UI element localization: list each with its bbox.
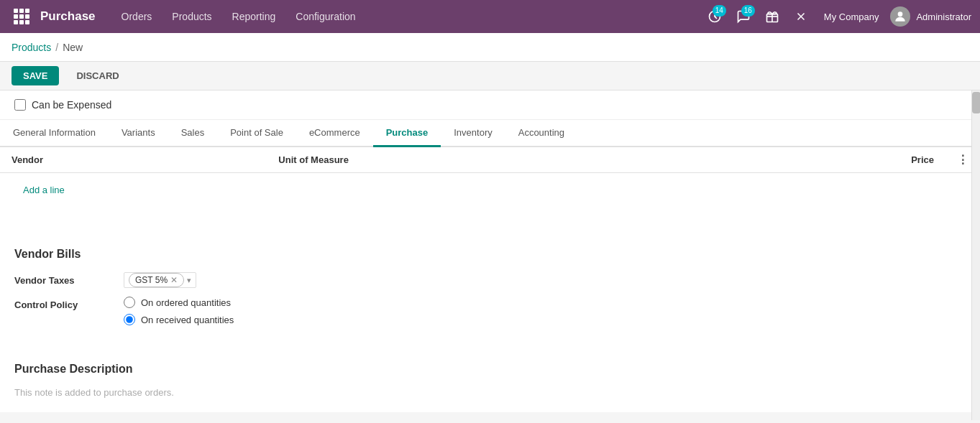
chat-badge: 16 [741,5,755,17]
control-policy-label: Control Policy [14,297,115,310]
radio-received-input[interactable] [124,314,135,325]
breadcrumb-separator: / [55,42,58,53]
vendor-taxes-control: GST 5% ✕ ▾ [124,272,196,288]
vendor-bills-title: Vendor Bills [14,248,966,261]
clock-icon-btn[interactable]: 14 [703,5,726,28]
nav-products[interactable]: Products [163,6,220,27]
tab-variants[interactable]: Variants [109,120,168,147]
clock-badge: 14 [713,5,726,17]
gst-tag-remove[interactable]: ✕ [170,275,178,285]
action-bar: SAVE DISCARD [0,62,980,90]
tabs-bar: General Information Variants Sales Point… [0,120,980,147]
form-card: Can be Expensed General Information Vari… [0,90,980,412]
breadcrumb-parent[interactable]: Products [12,42,51,53]
tab-purchase[interactable]: Purchase [373,120,441,147]
breadcrumb-current: New [63,42,83,53]
col-uom: Unit of Measure [267,147,721,173]
purchase-description-title: Purchase Description [14,363,966,376]
gift-icon-btn[interactable] [761,5,784,28]
add-line-row: Add a line [0,173,980,208]
radio-ordered-label: On ordered quantities [141,297,231,308]
save-button[interactable]: SAVE [12,66,59,85]
vendor-taxes-row: Vendor Taxes GST 5% ✕ ▾ [14,272,966,288]
tax-input-wrap[interactable]: GST 5% ✕ ▾ [124,272,196,288]
app-title: Purchase [40,9,96,24]
vendor-bills-section: Vendor Bills Vendor Taxes GST 5% ✕ ▾ Con… [0,233,980,348]
nav-right-area: 14 16 My Company Administrator [703,5,971,28]
control-policy-row: Control Policy On ordered quantities On … [14,297,966,325]
tab-point-of-sale[interactable]: Point of Sale [217,120,296,147]
purchase-description-section: Purchase Description This note is added … [0,348,980,412]
control-policy-options: On ordered quantities On received quanti… [124,297,234,325]
nav-links: Orders Products Reporting Configuration [113,6,365,27]
tab-general-information[interactable]: General Information [0,120,109,147]
gst-tax-tag: GST 5% ✕ [129,273,184,287]
column-options-icon[interactable]: ⋮ [957,154,968,166]
nav-configuration[interactable]: Configuration [287,6,364,27]
user-name: Administrator [916,11,971,22]
close-icon-btn[interactable] [789,5,812,28]
breadcrumb: Products / New [0,33,980,62]
tax-dropdown-arrow[interactable]: ▾ [187,276,191,285]
scrollbar[interactable] [971,90,980,420]
nav-orders[interactable]: Orders [113,6,161,27]
vendor-table: Vendor Unit of Measure Price ⋮ Add a lin… [0,147,980,207]
radio-received-label: On received quantities [141,315,234,325]
can-be-expensed-row: Can be Expensed [0,90,980,120]
tab-accounting[interactable]: Accounting [505,120,577,147]
vendor-taxes-label: Vendor Taxes [14,272,115,286]
can-be-expensed-label: Can be Expensed [32,99,111,111]
chat-icon-btn[interactable]: 16 [732,5,755,28]
app-grid-menu[interactable] [9,0,35,33]
main-content: Can be Expensed General Information Vari… [0,90,980,420]
scrollbar-thumb[interactable] [972,92,980,113]
radio-received-quantities[interactable]: On received quantities [124,314,234,325]
add-line-button[interactable]: Add a line [12,179,76,201]
vendor-table-container: Vendor Unit of Measure Price ⋮ Add a lin… [0,147,980,233]
nav-reporting[interactable]: Reporting [224,6,285,27]
tab-inventory[interactable]: Inventory [441,120,505,147]
avatar[interactable] [890,6,910,27]
company-name: My Company [824,11,879,22]
radio-ordered-input[interactable] [124,297,135,308]
top-navigation: Purchase Orders Products Reporting Confi… [0,0,980,33]
col-vendor: Vendor [0,147,267,173]
tab-ecommerce[interactable]: eCommerce [296,120,373,147]
tab-sales[interactable]: Sales [168,120,218,147]
can-be-expensed-checkbox[interactable] [14,99,26,111]
discard-button[interactable]: DISCARD [65,66,130,85]
svg-point-2 [898,11,903,17]
col-price: Price [722,147,945,173]
gst-tag-label: GST 5% [135,275,168,285]
purchase-description-placeholder[interactable]: This note is added to purchase orders. [14,387,966,398]
radio-ordered-quantities[interactable]: On ordered quantities [124,297,234,308]
